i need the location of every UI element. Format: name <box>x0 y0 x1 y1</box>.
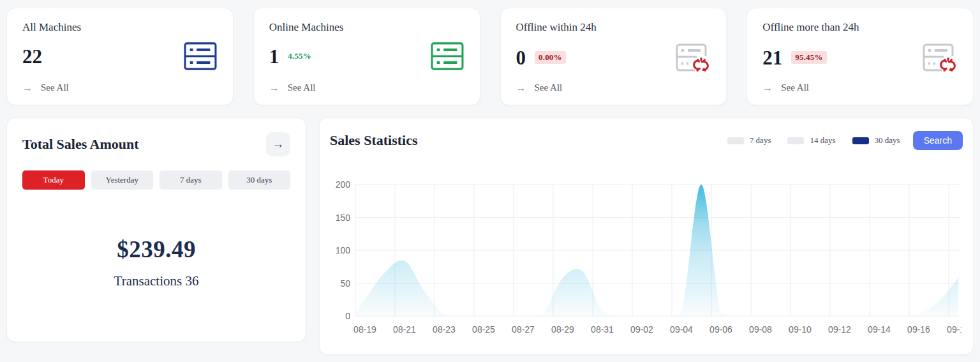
stat-card-offline-more-24h: Offline more than 24h 21 95.45% <box>746 8 974 105</box>
tab-30-days[interactable]: 30 days <box>228 170 291 190</box>
stat-card-offline-24h: Offline within 24h 0 0.00% <box>500 8 727 105</box>
svg-text:08-25: 08-25 <box>472 324 495 335</box>
see-all-link[interactable]: → See All <box>762 82 958 93</box>
svg-text:09-06: 09-06 <box>709 324 732 335</box>
server-disconnected-icon <box>921 41 958 73</box>
svg-text:08-19: 08-19 <box>353 324 376 335</box>
legend-label: 14 days <box>810 135 835 146</box>
tab-7-days[interactable]: 7 days <box>160 170 222 190</box>
svg-text:08-27: 08-27 <box>512 324 535 335</box>
stat-card-title: Offline more than 24h <box>762 21 958 34</box>
svg-text:09-14: 09-14 <box>868 324 891 335</box>
percent-badge: 95.45% <box>791 51 826 64</box>
arrow-right-icon: → <box>516 83 526 93</box>
legend-swatch <box>727 137 744 144</box>
stat-card-title: All Machines <box>22 21 218 34</box>
legend-label: 30 days <box>875 135 900 146</box>
svg-text:08-29: 08-29 <box>551 324 574 335</box>
svg-text:50: 50 <box>340 278 350 289</box>
see-all-label: See All <box>288 82 316 93</box>
total-sales-card: Total Sales Amount → Today Yesterday 7 d… <box>6 117 306 342</box>
total-sales-detail-button[interactable]: → <box>266 132 290 156</box>
stats-row: All Machines 22 → <box>6 8 974 105</box>
transactions-count: Transactions 36 <box>22 273 290 289</box>
see-all-label: See All <box>41 82 69 93</box>
sales-chart: 05010015020008-1908-2108-2308-2508-2708-… <box>330 177 961 340</box>
server-disconnected-icon <box>674 41 711 73</box>
svg-text:08-21: 08-21 <box>393 324 416 335</box>
stat-card-online-machines: Online Machines 1 4.55% <box>253 8 480 105</box>
legend-30-days[interactable]: 30 days <box>852 135 900 146</box>
legend-14-days[interactable]: 14 days <box>787 135 835 146</box>
svg-text:200: 200 <box>336 179 351 190</box>
see-all-link[interactable]: → See All <box>22 82 218 93</box>
svg-text:100: 100 <box>336 245 351 255</box>
tab-yesterday[interactable]: Yesterday <box>91 170 154 190</box>
arrow-right-icon: → <box>272 137 285 151</box>
dashboard-page: All Machines 22 → <box>0 0 980 355</box>
server-icon <box>183 41 218 71</box>
svg-text:08-31: 08-31 <box>591 324 614 335</box>
see-all-label: See All <box>535 82 563 93</box>
svg-text:09-18: 09-18 <box>947 324 961 335</box>
server-icon <box>430 41 464 71</box>
legend-swatch <box>852 137 869 144</box>
arrow-right-icon: → <box>22 83 33 93</box>
stat-value: 22 <box>22 47 42 66</box>
chart-legend: 7 days 14 days 30 days <box>727 135 900 146</box>
legend-7-days[interactable]: 7 days <box>727 135 771 146</box>
arrow-right-icon: → <box>762 83 773 93</box>
percent-badge: 0.00% <box>535 51 566 64</box>
svg-text:150: 150 <box>336 213 351 223</box>
sales-statistics-title: Sales Statistics <box>330 132 418 149</box>
stat-value: 1 <box>269 47 279 66</box>
stat-value: 0 <box>516 48 526 68</box>
see-all-link[interactable]: → See All <box>516 82 711 93</box>
stat-card-title: Online Machines <box>269 21 464 34</box>
svg-text:09-02: 09-02 <box>630 324 653 335</box>
stat-value: 21 <box>762 48 782 68</box>
arrow-right-icon: → <box>269 83 279 93</box>
see-all-link[interactable]: → See All <box>269 82 464 93</box>
svg-text:09-10: 09-10 <box>789 324 812 335</box>
total-sales-amount: $239.49 <box>22 236 290 263</box>
legend-swatch <box>787 137 804 144</box>
svg-text:09-16: 09-16 <box>907 324 930 335</box>
legend-label: 7 days <box>750 135 771 146</box>
period-tabs: Today Yesterday 7 days 30 days <box>22 170 290 190</box>
tab-today[interactable]: Today <box>22 170 85 190</box>
svg-text:08-23: 08-23 <box>433 324 456 335</box>
total-sales-title: Total Sales Amount <box>22 136 139 153</box>
svg-text:09-08: 09-08 <box>749 324 772 335</box>
sales-statistics-card: Sales Statistics 7 days 14 days <box>319 117 974 355</box>
svg-text:0: 0 <box>345 311 350 321</box>
svg-text:09-04: 09-04 <box>670 324 693 335</box>
search-button[interactable]: Search <box>913 131 963 150</box>
svg-text:09-12: 09-12 <box>828 324 851 335</box>
stat-card-title: Offline within 24h <box>516 21 711 34</box>
stat-card-all-machines: All Machines 22 → <box>6 8 234 105</box>
see-all-label: See All <box>781 82 809 93</box>
percent-badge: 4.55% <box>288 51 311 61</box>
